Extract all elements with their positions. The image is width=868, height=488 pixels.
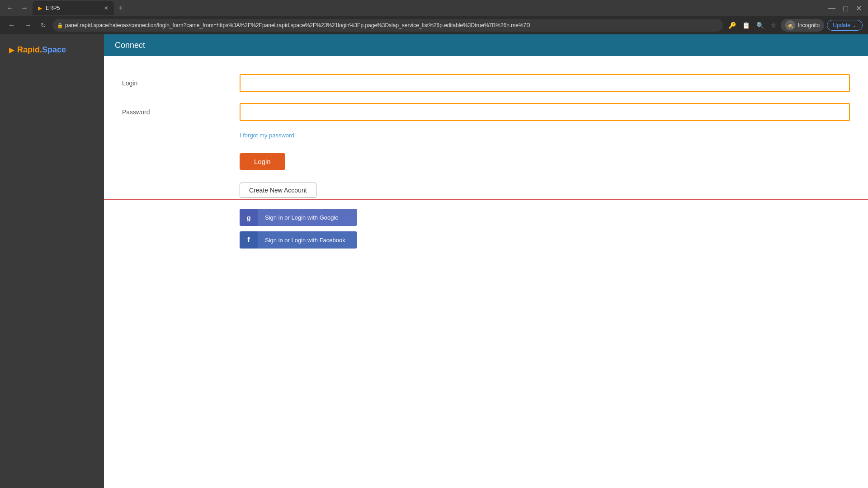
facebook-icon: f — [240, 231, 258, 249]
tab-nav-back[interactable]: ← — [4, 2, 16, 14]
zoom-icon[interactable]: 🔍 — [755, 20, 766, 31]
logo-text: Rapid.Space — [17, 45, 66, 55]
login-button-container: Login — [240, 153, 850, 170]
password-label: Password — [122, 108, 240, 116]
logo-rapid: Rapid. — [17, 45, 42, 54]
page-layout: ▶ Rapid.Space Connect Login Password I f — [0, 34, 868, 488]
forward-button[interactable]: → — [22, 19, 34, 31]
bookmark-icon[interactable]: ☆ — [769, 20, 778, 31]
main-content: Connect Login Password I forgot my passw… — [104, 34, 868, 488]
login-input[interactable] — [240, 74, 850, 92]
tab-title: ERP5 — [46, 5, 100, 11]
facebook-letter-icon: f — [247, 235, 250, 244]
create-account-button[interactable]: Create New Account — [240, 183, 316, 198]
form-area: Login Password I forgot my password! Log… — [104, 56, 868, 488]
facebook-login-button[interactable]: f Sign in or Login with Facebook — [240, 231, 357, 249]
incognito-badge[interactable]: 🕵 Incognito — [781, 19, 825, 32]
login-label: Login — [122, 80, 240, 87]
sidebar-logo: ▶ Rapid.Space — [0, 42, 104, 64]
browser-toolbar-right: 🔑 📋 🔍 ☆ 🕵 Incognito Update ⌄ — [726, 19, 863, 32]
logo-space: Space — [42, 45, 66, 54]
google-icon: g — [240, 209, 258, 226]
screenshot-icon[interactable]: 📋 — [741, 20, 752, 31]
address-bar-container: 🔒 — [52, 19, 723, 32]
restore-button[interactable]: ◻ — [840, 2, 851, 14]
tab-close-icon[interactable]: ✕ — [104, 5, 108, 11]
new-tab-button[interactable]: + — [116, 4, 126, 13]
close-button[interactable]: ✕ — [853, 2, 864, 14]
divider-section: Create New Account — [122, 177, 850, 200]
tab-bar: ← → ▶ ERP5 ✕ + — ◻ ✕ — [0, 0, 868, 16]
google-login-button[interactable]: g Sign in or Login with Google — [240, 209, 357, 226]
tab-nav-forward[interactable]: → — [18, 2, 31, 14]
update-label: Update — [833, 22, 850, 28]
create-account-container: Create New Account — [240, 177, 850, 198]
address-input[interactable] — [52, 19, 723, 32]
password-row: Password — [122, 103, 850, 121]
login-button[interactable]: Login — [240, 153, 285, 170]
login-row: Login — [122, 74, 850, 92]
google-letter-icon: g — [246, 214, 250, 221]
sidebar: ▶ Rapid.Space — [0, 34, 104, 488]
password-manager-icon[interactable]: 🔑 — [726, 20, 738, 31]
forgot-password-link[interactable]: I forgot my password! — [240, 132, 850, 139]
incognito-avatar: 🕵 — [785, 20, 795, 30]
refresh-button[interactable]: ↻ — [38, 20, 49, 31]
update-button[interactable]: Update ⌄ — [827, 20, 863, 31]
active-tab[interactable]: ▶ ERP5 ✕ — [33, 1, 114, 15]
browser-chrome: ← → ▶ ERP5 ✕ + — ◻ ✕ ← → ↻ 🔒 🔑 📋 🔍 ☆ 🕵 I… — [0, 0, 868, 34]
google-button-label: Sign in or Login with Google — [258, 214, 346, 221]
logo-play-icon: ▶ — [9, 46, 14, 54]
incognito-label: Incognito — [798, 22, 820, 28]
horizontal-divider — [104, 199, 868, 200]
page-title: Connect — [115, 41, 145, 50]
update-chevron-icon: ⌄ — [852, 22, 857, 28]
social-buttons-container: g Sign in or Login with Google f Sign in… — [240, 200, 850, 249]
minimize-button[interactable]: — — [826, 2, 838, 14]
main-header: Connect — [104, 34, 868, 56]
password-input[interactable] — [240, 103, 850, 121]
back-button[interactable]: ← — [5, 19, 18, 31]
tab-favicon: ▶ — [38, 5, 42, 11]
lock-icon: 🔒 — [57, 23, 63, 28]
address-bar-row: ← → ↻ 🔒 🔑 📋 🔍 ☆ 🕵 Incognito Update ⌄ — [0, 16, 868, 34]
facebook-button-label: Sign in or Login with Facebook — [258, 237, 353, 244]
